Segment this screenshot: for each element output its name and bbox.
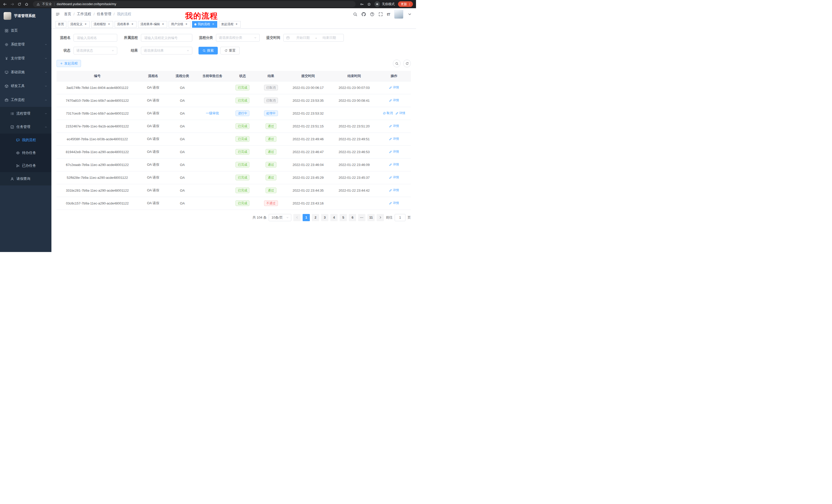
refresh-table-button[interactable]: [403, 60, 411, 67]
app-logo[interactable]: 芋道管理系统: [0, 8, 51, 24]
forward-icon[interactable]: [10, 2, 14, 6]
font-size-icon[interactable]: tT: [387, 12, 390, 17]
page-button-6[interactable]: 6: [349, 214, 356, 221]
tab-close-icon[interactable]: ×: [131, 23, 134, 26]
detail-icon: [389, 137, 392, 141]
chevron-down-icon: [45, 57, 47, 60]
header-search-icon[interactable]: [353, 12, 357, 17]
action-detail-link[interactable]: 详情: [389, 98, 399, 103]
category-placeholder: 请选择流程分类: [219, 35, 242, 40]
toggle-search-button[interactable]: [393, 60, 400, 67]
task-management-icon: [10, 125, 14, 129]
payment-management-icon: [5, 57, 8, 60]
fullscreen-icon[interactable]: [379, 12, 383, 17]
breadcrumb-workflow[interactable]: 工作流程: [77, 12, 91, 17]
tab-label: 首页: [58, 22, 64, 26]
key-icon[interactable]: [360, 2, 364, 6]
tab-close-icon[interactable]: ×: [185, 23, 188, 26]
tab-close-icon[interactable]: ×: [161, 23, 165, 26]
reset-button[interactable]: 重置: [220, 47, 240, 54]
browser-home-icon[interactable]: [25, 2, 29, 6]
sidebar-item-done-tasks[interactable]: 已办任务: [0, 159, 51, 172]
process-name-input[interactable]: [74, 34, 117, 41]
goto-page-input[interactable]: [395, 214, 406, 221]
cell-result: 通过: [257, 171, 285, 184]
page-button-5[interactable]: 5: [340, 214, 347, 221]
process-definition-input[interactable]: [141, 34, 192, 41]
status-select[interactable]: 请选择状态: [74, 47, 117, 54]
sidebar-item-my-process[interactable]: 我的流程: [0, 134, 51, 146]
breadcrumb-home[interactable]: 首页: [64, 12, 71, 17]
action-detail-link[interactable]: 详情: [389, 175, 399, 179]
cell-process-name: OA 请假: [138, 184, 168, 197]
update-button[interactable]: 更新: [398, 1, 413, 7]
bookmark-star-icon[interactable]: [367, 2, 371, 6]
sidebar-item-dev-tools[interactable]: 研发工具: [0, 79, 51, 93]
sidebar-item-infrastructure[interactable]: 基础设施: [0, 65, 51, 79]
tab-my-process[interactable]: 我的流程×: [192, 21, 217, 28]
sidebar-item-payment-management[interactable]: 支付管理: [0, 51, 51, 65]
tab-close-icon[interactable]: ×: [107, 23, 111, 26]
action-detail-link[interactable]: 详情: [389, 188, 399, 192]
current-task-link[interactable]: 一级审批: [206, 111, 219, 116]
action-detail-link[interactable]: 详情: [389, 149, 399, 154]
page-button-3[interactable]: 3: [321, 214, 328, 221]
breadcrumb-task-management[interactable]: 任务管理: [97, 12, 111, 17]
avatar-chevron-down-icon[interactable]: [408, 12, 412, 17]
chevron-down-icon: [186, 49, 189, 52]
sidebar-item-system-management[interactable]: 系统管理: [0, 37, 51, 51]
tab-process-form-edit[interactable]: 流程表单-编辑×: [138, 21, 167, 28]
cell-actions: 详情: [377, 184, 411, 197]
sidebar-item-process-management[interactable]: 流程管理: [0, 107, 51, 120]
tab-process-definition[interactable]: 流程定义×: [68, 21, 90, 28]
result-select[interactable]: 请选择流结果: [141, 47, 192, 54]
sidebar-item-home[interactable]: 首页: [0, 24, 51, 37]
page-button-11[interactable]: 11: [367, 214, 374, 221]
tab-start-process[interactable]: 发起流程×: [219, 21, 241, 28]
tab-user-group[interactable]: 用户分组×: [169, 21, 190, 28]
process-category-select[interactable]: 请选择流程分类: [216, 34, 260, 41]
action-detail-link[interactable]: 详情: [389, 137, 399, 141]
back-icon[interactable]: [3, 2, 7, 6]
action-detail-link[interactable]: 详情: [389, 162, 399, 167]
help-icon[interactable]: [370, 12, 374, 17]
sidebar-item-workflow[interactable]: 工作流程: [0, 93, 51, 107]
tab-close-icon[interactable]: ×: [235, 23, 238, 26]
action-detail-link[interactable]: 详情: [389, 201, 399, 205]
sidebar-item-todo-tasks[interactable]: 待办任务: [0, 146, 51, 159]
address-bar[interactable]: 不安全 dashboard.yudao.iocoder.cn/bpm/task/…: [33, 1, 356, 7]
action-detail-link[interactable]: 详情: [395, 111, 406, 115]
status-badge: 已完成: [235, 123, 250, 129]
browser-menu-dots-icon[interactable]: [408, 3, 411, 6]
cell-status: 已完成: [228, 94, 257, 107]
next-page-button[interactable]: [377, 214, 384, 221]
tab-close-icon[interactable]: ×: [84, 23, 87, 26]
pager-more[interactable]: ···: [358, 214, 365, 221]
sidebar-item-task-management[interactable]: 任务管理: [0, 120, 51, 134]
tab-close-icon[interactable]: ×: [211, 23, 215, 26]
github-icon[interactable]: [362, 12, 366, 17]
tab-home[interactable]: 首页: [55, 21, 66, 28]
start-process-label: 发起流程: [64, 61, 78, 66]
menu-item-label: 任务管理: [17, 124, 30, 129]
detail-icon: [389, 176, 392, 179]
sidebar-toggle-icon[interactable]: [55, 12, 60, 17]
start-process-button[interactable]: 发起流程: [57, 60, 81, 67]
page-button-1[interactable]: 1: [303, 214, 310, 221]
action-cancel-link[interactable]: 取消: [383, 111, 393, 115]
reload-icon[interactable]: [18, 2, 21, 6]
page-button-4[interactable]: 4: [330, 214, 338, 221]
page-size-select[interactable]: 10条/页: [269, 214, 291, 221]
chevron-down-icon: [45, 43, 47, 46]
search-button[interactable]: 搜索: [199, 47, 218, 54]
tab-process-model[interactable]: 流程模型×: [91, 21, 113, 28]
action-detail-link[interactable]: 详情: [389, 85, 399, 90]
submit-time-range-picker[interactable]: 开始日期 - 结束日期: [283, 34, 344, 41]
search-icon: [203, 49, 206, 52]
tab-process-form[interactable]: 流程表单×: [115, 21, 136, 28]
user-avatar[interactable]: [394, 9, 404, 19]
cell-current-task: [197, 133, 228, 145]
action-detail-link[interactable]: 详情: [389, 124, 399, 128]
sidebar-item-leave-query[interactable]: 请假查询: [0, 172, 51, 186]
page-button-2[interactable]: 2: [312, 214, 319, 221]
